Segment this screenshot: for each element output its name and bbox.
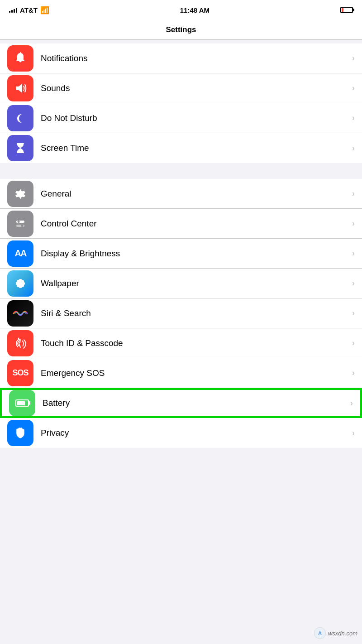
svg-text:A: A xyxy=(318,630,322,636)
nav-bar: Settings xyxy=(0,20,362,40)
carrier-label: AT&T xyxy=(20,6,38,14)
battery-setting-icon xyxy=(15,399,29,407)
signal-bar-2 xyxy=(11,10,13,13)
sounds-icon xyxy=(7,75,33,101)
siri-label: Siri & Search xyxy=(41,308,352,318)
settings-row-notifications[interactable]: Notifications › xyxy=(0,43,362,73)
svg-point-6 xyxy=(18,221,20,223)
section-top: Notifications › Sounds › Do Not Disturb … xyxy=(0,43,362,163)
settings-row-sos[interactable]: SOS Emergency SOS › xyxy=(0,358,362,388)
appuals-logo: A xyxy=(314,627,326,639)
siri-icon xyxy=(7,300,33,327)
dnd-icon xyxy=(7,105,33,131)
settings-row-siri[interactable]: Siri & Search › xyxy=(0,298,362,328)
page-title: Settings xyxy=(166,25,196,34)
settings-row-display[interactable]: AA Display & Brightness › xyxy=(0,239,362,269)
bell-icon xyxy=(14,52,27,65)
signal-bar-1 xyxy=(9,11,10,13)
screentime-label: Screen Time xyxy=(41,143,352,153)
display-label: Display & Brightness xyxy=(41,249,352,259)
hand-icon xyxy=(14,426,27,440)
svg-point-7 xyxy=(21,225,24,227)
signal-bars xyxy=(9,7,17,13)
settings-row-touchid[interactable]: Touch ID & Passcode › xyxy=(0,328,362,358)
section-divider-1 xyxy=(0,163,362,179)
battery-status-icon xyxy=(340,7,353,13)
battery-setting-fill xyxy=(17,401,25,405)
wallpaper-icon xyxy=(7,270,33,297)
settings-row-sounds[interactable]: Sounds › xyxy=(0,73,362,103)
display-icon: AA xyxy=(7,240,33,267)
sos-icon: SOS xyxy=(7,360,33,386)
battery-fill xyxy=(342,8,343,12)
svg-rect-0 xyxy=(20,52,21,53)
fingerprint-icon xyxy=(14,336,27,350)
display-chevron: › xyxy=(352,249,355,258)
screentime-icon xyxy=(7,135,33,161)
gear-icon xyxy=(14,187,27,201)
screentime-chevron: › xyxy=(352,144,355,153)
time-display: 11:48 AM xyxy=(180,6,210,14)
touchid-label: Touch ID & Passcode xyxy=(41,338,352,348)
privacy-label: Privacy xyxy=(41,428,352,438)
battery-label: Battery xyxy=(43,398,350,408)
notifications-label: Notifications xyxy=(41,53,352,63)
controlcenter-chevron: › xyxy=(352,219,355,228)
settings-row-battery[interactable]: Battery › xyxy=(0,388,362,418)
speaker-icon xyxy=(14,82,27,95)
settings-row-screentime[interactable]: Screen Time › xyxy=(0,133,362,163)
touchid-chevron: › xyxy=(352,338,355,348)
signal-bar-3 xyxy=(14,9,15,13)
svg-rect-1 xyxy=(17,143,24,144)
status-bar: AT&T 📶 11:48 AM xyxy=(0,0,362,20)
dnd-chevron: › xyxy=(352,113,355,123)
settings-row-general[interactable]: General › xyxy=(0,179,362,209)
signal-bar-4 xyxy=(16,8,17,13)
privacy-chevron: › xyxy=(352,428,355,438)
svg-rect-2 xyxy=(17,152,24,153)
flower-icon xyxy=(14,277,27,290)
hourglass-icon xyxy=(14,141,27,155)
settings-row-wallpaper[interactable]: Wallpaper › xyxy=(0,269,362,298)
status-left: AT&T 📶 xyxy=(9,6,49,14)
settings-row-controlcenter[interactable]: Control Center › xyxy=(0,209,362,239)
notifications-icon xyxy=(7,45,33,72)
privacy-icon xyxy=(7,420,33,446)
watermark-text: wsxdn.com xyxy=(328,630,357,637)
battery-chevron: › xyxy=(350,399,353,408)
search-area xyxy=(0,40,362,43)
section-bottom: General › Control Center › AA Display & … xyxy=(0,179,362,448)
svg-point-16 xyxy=(19,282,22,285)
settings-row-dnd[interactable]: Do Not Disturb › xyxy=(0,103,362,133)
sounds-label: Sounds xyxy=(41,83,352,93)
battery-icon xyxy=(9,390,35,416)
controlcenter-label: Control Center xyxy=(41,219,352,229)
toggles-icon xyxy=(14,217,27,231)
general-icon xyxy=(7,181,33,207)
general-chevron: › xyxy=(352,189,355,198)
touchid-icon xyxy=(7,330,33,356)
siri-chevron: › xyxy=(352,308,355,318)
notifications-chevron: › xyxy=(352,53,355,63)
dnd-label: Do Not Disturb xyxy=(41,113,352,123)
siri-wave-icon xyxy=(11,304,29,322)
sos-label: Emergency SOS xyxy=(41,368,352,378)
general-label: General xyxy=(41,189,352,199)
settings-row-privacy[interactable]: Privacy › xyxy=(0,418,362,448)
sounds-chevron: › xyxy=(352,83,355,93)
controlcenter-icon xyxy=(7,211,33,237)
watermark: A wsxdn.com xyxy=(314,627,357,639)
display-text: AA xyxy=(15,248,26,259)
wallpaper-chevron: › xyxy=(352,279,355,288)
sos-chevron: › xyxy=(352,368,355,378)
status-right xyxy=(340,7,353,13)
wallpaper-label: Wallpaper xyxy=(41,279,352,288)
sos-text: SOS xyxy=(12,368,28,378)
moon-icon xyxy=(14,111,27,125)
wifi-icon: 📶 xyxy=(40,6,49,14)
